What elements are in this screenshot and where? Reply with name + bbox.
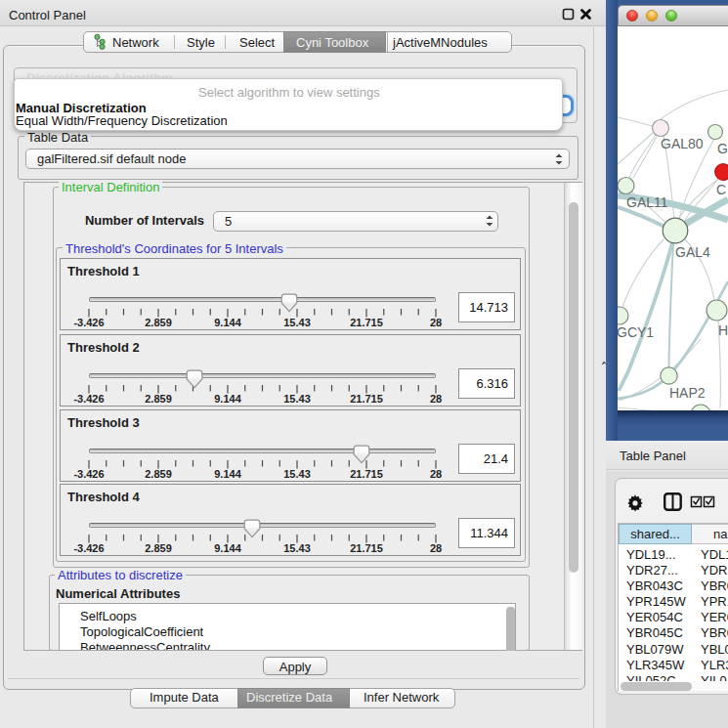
svg-text:GCY1: GCY1 [618, 324, 654, 340]
svg-text:C: C [716, 182, 726, 197]
svg-text:G.: G. [717, 141, 728, 156]
svg-text:GAL11: GAL11 [626, 194, 668, 210]
svg-text:H: H [718, 322, 728, 338]
svg-text:HAP2: HAP2 [669, 385, 706, 401]
svg-text:GAL4: GAL4 [675, 244, 710, 260]
svg-text:GAL80: GAL80 [661, 136, 704, 151]
